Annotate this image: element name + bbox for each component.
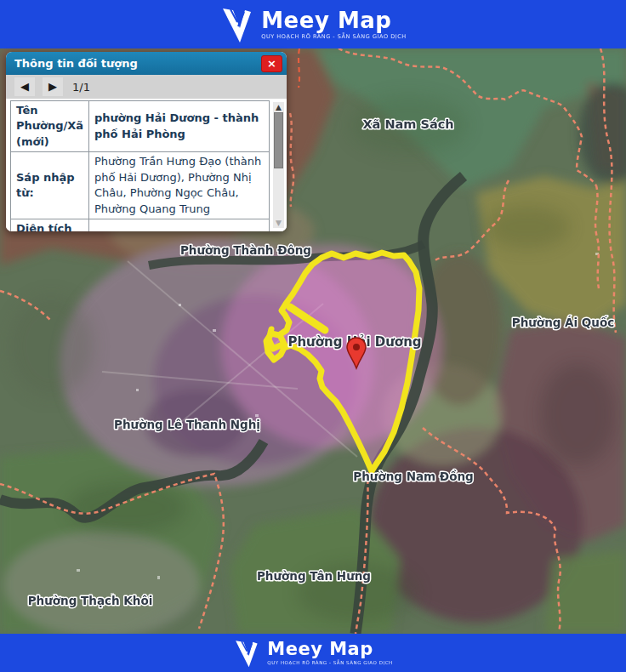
scroll-up-icon[interactable]: ▲ bbox=[273, 102, 284, 112]
popup-title: Thông tin đối tượng bbox=[14, 57, 261, 70]
row-value bbox=[89, 219, 270, 231]
map-label-phuong-tan-hung: Phường Tân Hưng bbox=[257, 569, 371, 583]
map-label-phuong-ai-quoc: Phường Ái Quốc bbox=[512, 316, 615, 329]
header-bar: Meey Map QUY HOẠCH RÕ RÀNG - SẴN SÀNG GI… bbox=[0, 0, 626, 48]
row-label: Sáp nhập từ: bbox=[11, 152, 89, 219]
popup-body: Tên Phường/Xã (mới) phường Hải Dương - t… bbox=[6, 99, 287, 231]
table-row: Tên Phường/Xã (mới) phường Hải Dương - t… bbox=[11, 101, 270, 152]
map-label-phuong-thach-khoi: Phường Thạch Khôi bbox=[28, 594, 153, 607]
page-indicator: 1/1 bbox=[72, 81, 90, 94]
brand-name: Meey Map bbox=[267, 641, 393, 658]
footer-bar: Meey Map QUY HOẠCH RÕ RÀNG - SẴN SÀNG GI… bbox=[0, 634, 626, 672]
meeymap-logo: Meey Map QUY HOẠCH RÕ RÀNG - SẴN SÀNG GI… bbox=[233, 639, 393, 668]
object-info-table: Tên Phường/Xã (mới) phường Hải Dương - t… bbox=[10, 100, 270, 231]
row-value: Phường Trần Hưng Đạo (thành phố Hải Dươn… bbox=[89, 152, 270, 219]
meeymap-logo-icon bbox=[219, 6, 253, 43]
brand-name: Meey Map bbox=[261, 9, 407, 31]
popup-pagination: ◀ ▶ 1/1 bbox=[6, 75, 287, 99]
map-label-phuong-le-thanh-nghi: Phường Lê Thanh Nghị bbox=[114, 418, 260, 431]
object-info-popup: Thông tin đối tượng × ◀ ▶ 1/1 Tên Phường… bbox=[6, 52, 287, 231]
map-label-xa-nam-sach: Xã Nam Sách bbox=[362, 117, 453, 131]
meey-map-app: Meey Map QUY HOẠCH RÕ RÀNG - SẴN SÀNG GI… bbox=[0, 0, 626, 672]
prev-page-button[interactable]: ◀ bbox=[14, 77, 35, 96]
popup-scrollbar[interactable]: ▲ ▼ bbox=[273, 102, 284, 228]
close-icon[interactable]: × bbox=[261, 55, 282, 72]
map-label-phuong-nam-dong: Phường Nam Đồng bbox=[353, 470, 473, 483]
next-page-button[interactable]: ▶ bbox=[43, 77, 63, 96]
row-label: Tên Phường/Xã (mới) bbox=[11, 101, 89, 152]
brand-tagline: QUY HOẠCH RÕ RÀNG - SẴN SÀNG GIAO DỊCH bbox=[261, 34, 407, 40]
map-label-phuong-thanh-dong: Phường Thành Đông bbox=[180, 243, 311, 257]
row-label: Diện tích bbox=[11, 219, 89, 231]
table-row: Diện tích bbox=[11, 219, 270, 231]
scroll-down-icon[interactable]: ▼ bbox=[273, 218, 284, 228]
row-value: phường Hải Dương - thành phố Hải Phòng bbox=[89, 101, 270, 152]
brand-tagline: QUY HOẠCH RÕ RÀNG - SẴN SÀNG GIAO DỊCH bbox=[267, 661, 393, 666]
meeymap-logo-icon bbox=[233, 639, 259, 668]
table-row: Sáp nhập từ: Phường Trần Hưng Đạo (thành… bbox=[11, 152, 270, 219]
popup-header: Thông tin đối tượng × bbox=[6, 52, 287, 75]
scrollbar-thumb[interactable] bbox=[274, 112, 283, 168]
meeymap-logo: Meey Map QUY HOẠCH RÕ RÀNG - SẴN SÀNG GI… bbox=[219, 6, 407, 43]
